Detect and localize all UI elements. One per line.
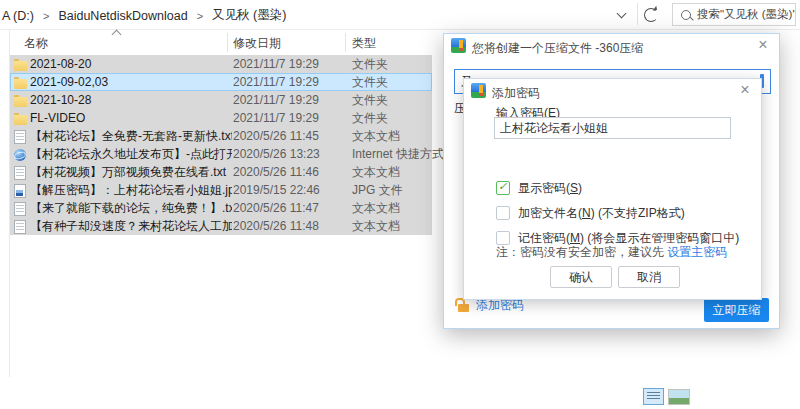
text-icon [14, 202, 26, 216]
password-input[interactable] [494, 117, 731, 139]
file-name: FL-VIDEO [30, 109, 232, 127]
file-name: 【有种子却没速度？来村花论坛人工加... [30, 217, 232, 235]
file-row[interactable]: 【来了就能下载的论坛，纯免费！】.txt 2020/5/26 11:47 文本文… [10, 199, 432, 217]
file-type: 文本文档 [352, 217, 400, 235]
column-header-date[interactable]: 修改日期 [233, 35, 281, 52]
column-header-type[interactable]: 类型 [352, 35, 376, 52]
checkbox-label-post: ) [578, 181, 582, 195]
file-date: 2021/11/7 19:29 [233, 91, 319, 109]
checkbox-row[interactable]: 显示密码(S) [496, 180, 739, 196]
chevron-down-icon [616, 9, 626, 19]
password-dialog: 添加密码 × 输入密码(E) 显示密码(S) 加密文件名(N) (不支持ZIP格… [463, 78, 762, 300]
file-date: 2020/5/26 13:23 [233, 145, 320, 163]
file-row[interactable]: 2021-09-02,03 2021/11/7 19:29 文件夹 [10, 73, 432, 91]
checkbox-label-pre: 显示密码( [518, 181, 570, 195]
file-name: 【解压密码】：上村花论坛看小姐姐.jpg [30, 181, 232, 199]
checkbox-label-post: ) (将会显示在管理密码窗口中) [580, 231, 739, 245]
file-row[interactable]: 【解压密码】：上村花论坛看小姐姐.jpg 2019/5/15 22:46 JPG… [10, 181, 432, 199]
file-name: 2021-08-20 [30, 55, 232, 73]
checkbox-label-pre: 加密文件名( [518, 206, 582, 220]
file-name: 【村花视频】万部视频免费在线看.txt [30, 163, 232, 181]
password-dialog-title: 添加密码 [492, 85, 540, 102]
view-toggles [643, 388, 690, 405]
file-type: 文件夹 [352, 91, 388, 109]
file-type: Internet 快捷方式 [352, 145, 444, 163]
file-row[interactable]: 2021-08-20 2021/11/7 19:29 文件夹 [10, 55, 432, 73]
file-list: 2021-08-20 2021/11/7 19:29 文件夹 2021-09-0… [10, 55, 432, 235]
folder-icon [14, 61, 27, 71]
folder-icon [14, 97, 27, 107]
file-date: 2021/11/7 19:29 [233, 73, 319, 91]
jpg-icon [14, 184, 26, 198]
thumbnails-view-icon[interactable] [668, 389, 690, 405]
file-type: 文本文档 [352, 163, 400, 181]
column-headers: 名称 修改日期 类型 [0, 30, 440, 54]
file-date: 2021/11/7 19:29 [233, 109, 319, 127]
breadcrumb-folder[interactable]: BaiduNetdiskDownload [58, 9, 187, 23]
file-type: 文件夹 [352, 73, 388, 91]
checkbox-label-post: ) (不支持ZIP格式) [591, 206, 685, 220]
file-date: 2020/5/26 11:48 [233, 217, 319, 235]
checkbox-label: 加密文件名(N) (不支持ZIP格式) [518, 205, 685, 222]
breadcrumb-current-folder[interactable]: 又见秋 (墨染) [212, 7, 286, 24]
password-note-text: 注：密码没有安全加密，建议先 [496, 245, 667, 259]
file-date: 2020/5/26 11:47 [233, 199, 319, 217]
archive-app-icon [471, 83, 486, 98]
breadcrumb-separator-icon: > [43, 10, 49, 22]
breadcrumb-separator-icon: > [197, 10, 203, 22]
breadcrumb-drive[interactable]: A (D:) [2, 9, 34, 23]
password-note: 注：密码没有安全加密，建议先 设置主密码 [496, 244, 727, 261]
cancel-button[interactable]: 取消 [618, 266, 680, 288]
file-date: 2019/5/15 22:46 [233, 181, 320, 199]
file-date: 2020/5/26 11:46 [233, 163, 319, 181]
file-type: JPG 文件 [352, 181, 403, 199]
compress-dialog-title: 您将创建一个压缩文件 -360压缩 [472, 40, 643, 57]
address-dropdown-icon[interactable] [614, 8, 628, 22]
file-type: 文本文档 [352, 199, 400, 217]
file-row[interactable]: 【村花论坛】全免费-无套路-更新快.txt 2020/5/26 11:45 文本… [10, 127, 432, 145]
file-date: 2021/11/7 19:29 [233, 55, 319, 73]
folder-icon [14, 79, 27, 89]
password-dialog-titlebar[interactable]: 添加密码 × [464, 79, 761, 102]
file-name: 【村花论坛】全免费-无套路-更新快.txt [30, 127, 232, 145]
search-input[interactable]: 搜索"又见秋 (墨染)" [697, 7, 795, 22]
checkbox-row[interactable]: 加密文件名(N) (不支持ZIP格式) [496, 205, 739, 221]
file-row[interactable]: 【村花视频】万部视频免费在线看.txt 2020/5/26 11:46 文本文档 [10, 163, 432, 181]
explorer-toolbar: A (D:) > BaiduNetdiskDownload > 又见秋 (墨染)… [0, 0, 800, 30]
checkbox-label-key: N [582, 206, 591, 220]
search-box[interactable]: 搜索"又见秋 (墨染)" [672, 3, 796, 26]
file-type: 文件夹 [352, 55, 388, 73]
file-name: 【村花论坛永久地址发布页】-点此打开 [30, 145, 232, 163]
file-row[interactable]: 2021-10-28 2021/11/7 19:29 文件夹 [10, 91, 432, 109]
file-type: 文件夹 [352, 109, 388, 127]
toolbar-divider [637, 3, 638, 25]
checkbox[interactable] [496, 206, 510, 220]
file-name: 【来了就能下载的论坛，纯免费！】.txt [30, 199, 232, 217]
text-icon [14, 166, 26, 180]
close-icon[interactable]: × [737, 82, 753, 98]
checkbox-label-key: S [570, 181, 578, 195]
close-icon[interactable]: × [755, 37, 771, 53]
text-icon [14, 130, 26, 144]
checkbox-checked-icon[interactable] [496, 181, 510, 195]
details-view-icon[interactable] [643, 388, 664, 405]
set-master-password-link[interactable]: 设置主密码 [667, 245, 727, 259]
column-header-name[interactable]: 名称 [24, 35, 48, 52]
compress-dialog-titlebar[interactable]: 您将创建一个压缩文件 -360压缩 × [444, 34, 779, 57]
search-icon [681, 10, 691, 20]
archive-app-icon [451, 38, 466, 53]
file-row[interactable]: FL-VIDEO 2021/11/7 19:29 文件夹 [10, 109, 432, 127]
file-row[interactable]: 【有种子却没速度？来村花论坛人工加... 2020/5/26 11:48 文本文… [10, 217, 432, 235]
refresh-icon[interactable] [644, 8, 658, 22]
file-date: 2020/5/26 11:45 [233, 127, 319, 145]
file-row[interactable]: 【村花论坛永久地址发布页】-点此打开 2020/5/26 13:23 Inter… [10, 145, 432, 163]
checkbox[interactable] [496, 231, 510, 245]
breadcrumb[interactable]: A (D:) > BaiduNetdiskDownload > 又见秋 (墨染) [2, 7, 286, 24]
checkbox-label-pre: 记住密码( [518, 231, 570, 245]
file-name: 2021-09-02,03 [30, 73, 232, 91]
confirm-button[interactable]: 确认 [550, 266, 612, 288]
column-separator [345, 33, 346, 52]
checkbox-label-key: M [570, 231, 580, 245]
text-icon [14, 220, 26, 234]
compress-now-button[interactable]: 立即压缩 [704, 298, 769, 322]
